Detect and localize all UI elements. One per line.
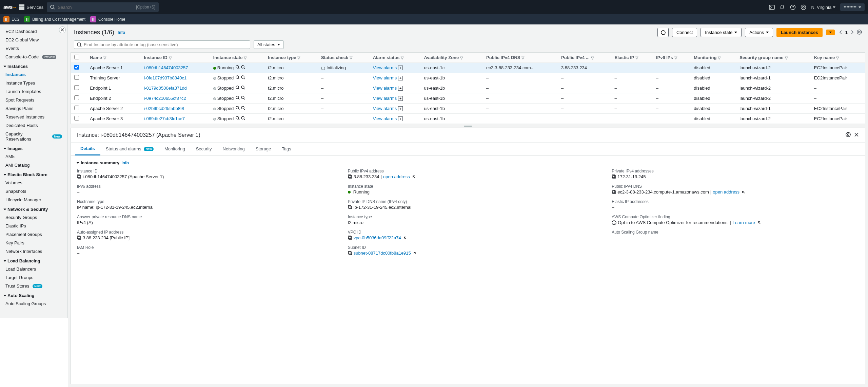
column-header[interactable]: Public IPv4 DNS▽ bbox=[483, 53, 558, 63]
sidebar-item[interactable]: Auto Scaling Groups bbox=[0, 299, 67, 308]
copy-icon[interactable] bbox=[77, 174, 81, 179]
copy-icon[interactable] bbox=[348, 205, 352, 209]
copy-icon[interactable] bbox=[348, 236, 352, 240]
zoom-in-icon[interactable] bbox=[236, 106, 240, 110]
column-header[interactable]: Key name▽ bbox=[811, 53, 865, 63]
instance-id-link[interactable]: i-0179d0500efa371dd bbox=[144, 86, 187, 91]
column-header[interactable]: Instance ID▽ bbox=[140, 53, 210, 63]
learn-more-link[interactable]: Learn more bbox=[733, 220, 755, 225]
column-header[interactable]: Status check▽ bbox=[318, 53, 370, 63]
sidebar-item[interactable]: Key Pairs bbox=[0, 239, 67, 247]
instance-id-link[interactable]: i-069dfe27cb3fc1ce7 bbox=[144, 116, 185, 121]
add-alarm[interactable]: + bbox=[398, 106, 403, 111]
zoom-in-icon[interactable] bbox=[236, 116, 240, 120]
svc-chip-console-home[interactable]: ◧Console Home bbox=[90, 16, 125, 22]
sidebar-item[interactable]: Reserved Instances bbox=[0, 113, 67, 121]
copy-icon[interactable] bbox=[612, 174, 616, 179]
column-header[interactable]: Name▽ bbox=[86, 53, 140, 63]
sidebar-item[interactable]: EC2 Dashboard bbox=[0, 27, 67, 36]
add-alarm[interactable]: + bbox=[398, 66, 403, 70]
detail-tab[interactable]: Networking bbox=[217, 143, 250, 155]
table-row[interactable]: Apache Server 2 i-02b9bcd2f5f5bb89f Stop… bbox=[71, 104, 865, 114]
instance-id-link[interactable]: i-080db146474003257 bbox=[144, 65, 188, 70]
zoom-out-icon[interactable] bbox=[241, 86, 245, 90]
add-alarm[interactable]: + bbox=[398, 116, 403, 121]
gear-icon[interactable] bbox=[801, 4, 806, 10]
services-menu[interactable]: Services bbox=[19, 4, 43, 10]
svc-chip-billing[interactable]: ◧Billing and Cost Management bbox=[24, 16, 85, 22]
zoom-in-icon[interactable] bbox=[236, 75, 240, 79]
copy-icon[interactable] bbox=[348, 174, 352, 179]
sidebar-item[interactable]: EC2 Global View bbox=[0, 36, 67, 44]
state-filter[interactable]: All states bbox=[254, 40, 284, 49]
summary-info[interactable]: Info bbox=[121, 161, 129, 165]
detail-tab[interactable]: Tags bbox=[276, 143, 296, 155]
copy-icon[interactable] bbox=[348, 251, 352, 255]
sidebar-section-head[interactable]: Network & Security bbox=[0, 204, 67, 213]
add-alarm[interactable]: + bbox=[398, 86, 403, 91]
sidebar-item[interactable]: Instances bbox=[0, 70, 67, 79]
zoom-out-icon[interactable] bbox=[241, 96, 245, 100]
sidebar-item[interactable]: Savings Plans bbox=[0, 104, 67, 113]
zoom-out-icon[interactable] bbox=[241, 106, 245, 110]
instance-id-link[interactable]: i-02b9bcd2f5f5bb89f bbox=[144, 106, 184, 111]
table-row[interactable]: Endpoint 1 i-0179d0500efa371dd Stopped t… bbox=[71, 83, 865, 93]
table-row[interactable]: Training Server i-0fe107d937b8840c1 Stop… bbox=[71, 73, 865, 83]
column-header[interactable]: IPv6 IPs▽ bbox=[653, 53, 690, 63]
zoom-in-icon[interactable] bbox=[236, 96, 240, 100]
svc-chip-ec2[interactable]: ◧EC2 bbox=[3, 16, 19, 22]
open-address-link[interactable]: open address bbox=[383, 174, 410, 179]
column-header[interactable]: Availability Zone▽ bbox=[420, 53, 483, 63]
summary-header[interactable]: Instance summary Info bbox=[77, 160, 859, 165]
view-alarms-link[interactable]: View alarms bbox=[373, 116, 397, 121]
help-icon[interactable] bbox=[790, 4, 796, 10]
detail-tab[interactable]: Details bbox=[75, 143, 100, 155]
view-alarms-link[interactable]: View alarms bbox=[373, 106, 397, 111]
region-selector[interactable]: N. Virginia bbox=[811, 5, 835, 10]
global-search[interactable]: [Option+S] bbox=[47, 2, 159, 12]
select-all-checkbox[interactable] bbox=[74, 55, 79, 59]
info-link[interactable]: Info bbox=[118, 30, 125, 35]
column-header[interactable]: Monitoring▽ bbox=[690, 53, 736, 63]
detail-tab[interactable]: Storage bbox=[250, 143, 277, 155]
sidebar-item[interactable]: Volumes bbox=[0, 179, 67, 187]
table-row[interactable]: Apache Server 1 i-080db146474003257 Runn… bbox=[71, 63, 865, 73]
sidebar-section-head[interactable]: Instances bbox=[0, 61, 67, 70]
aws-logo[interactable]: aws⌣ bbox=[3, 4, 16, 10]
sidebar-item[interactable]: Elastic IPs bbox=[0, 222, 67, 230]
zoom-in-icon[interactable] bbox=[236, 86, 240, 90]
column-header[interactable]: Public IPv4 ...▽ bbox=[558, 53, 611, 63]
column-header[interactable] bbox=[71, 53, 86, 63]
row-checkbox[interactable] bbox=[74, 95, 79, 100]
zoom-in-icon[interactable] bbox=[236, 65, 240, 69]
table-row[interactable]: Apache Server 3 i-069dfe27cb3fc1ce7 Stop… bbox=[71, 114, 865, 124]
instance-id-link[interactable]: i-0e74c210655cf87c2 bbox=[144, 96, 186, 101]
add-alarm[interactable]: + bbox=[398, 96, 403, 101]
column-header[interactable]: Security group name▽ bbox=[736, 53, 811, 63]
sidebar-item[interactable]: Spot Requests bbox=[0, 96, 67, 104]
sidebar-item[interactable]: AMI Catalog bbox=[0, 161, 67, 169]
split-handle[interactable] bbox=[68, 124, 868, 128]
sidebar-item[interactable]: Instance Types bbox=[0, 79, 67, 87]
sidebar-item[interactable]: Console-to-CodePreview bbox=[0, 53, 67, 61]
zoom-out-icon[interactable] bbox=[241, 65, 245, 69]
refresh-button[interactable] bbox=[657, 28, 669, 37]
detail-settings[interactable] bbox=[846, 132, 851, 138]
find-input[interactable] bbox=[84, 42, 247, 47]
row-checkbox[interactable] bbox=[74, 65, 79, 70]
find-instance[interactable] bbox=[74, 40, 250, 49]
column-header[interactable]: Instance type▽ bbox=[264, 53, 318, 63]
row-checkbox[interactable] bbox=[74, 106, 79, 110]
search-input[interactable] bbox=[58, 5, 133, 10]
detail-tab[interactable]: Status and alarms New bbox=[100, 143, 159, 155]
sidebar-section-head[interactable]: Images bbox=[0, 143, 67, 152]
account-menu[interactable]: ••••••••• bbox=[840, 3, 865, 11]
sidebar-item[interactable]: Trust StoresNew bbox=[0, 282, 67, 290]
sidebar-item[interactable]: Security Groups bbox=[0, 213, 67, 222]
zoom-out-icon[interactable] bbox=[241, 116, 245, 120]
column-header[interactable]: Elastic IP▽ bbox=[611, 53, 653, 63]
sidebar-item[interactable]: Network Interfaces bbox=[0, 247, 67, 256]
collapse-sidebar[interactable] bbox=[59, 26, 66, 33]
zoom-out-icon[interactable] bbox=[241, 75, 245, 79]
connect-button[interactable]: Connect bbox=[672, 28, 697, 37]
